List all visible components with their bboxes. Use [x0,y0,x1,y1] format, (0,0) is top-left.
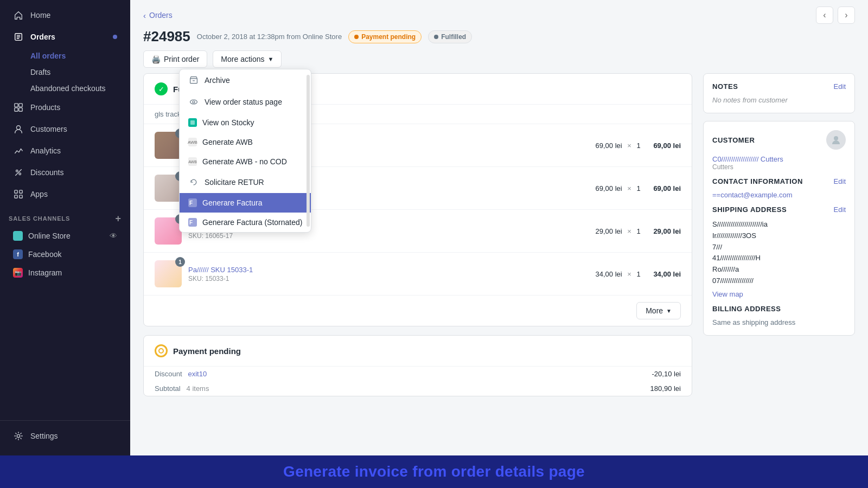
nav-arrows: ‹ › [816,7,855,24]
add-channel-icon[interactable]: + [116,214,122,223]
more-button[interactable]: More ▼ [636,302,681,319]
sidebar-item-products[interactable]: Products [4,97,126,118]
dropdown-item-generare-factura-stornated[interactable]: F Generare Factura (Stornated) [180,213,311,232]
customer-avatar [826,130,846,150]
dropdown-item-generate-awb-no-cod[interactable]: AWB Generate AWB - no COD [180,152,311,171]
breadcrumb[interactable]: ‹ Orders [143,11,173,20]
home-icon [13,10,24,21]
print-order-button[interactable]: 🖨️ Print order [143,50,207,68]
sidebar-item-orders[interactable]: Orders [4,27,126,47]
customer-card-title: Customer [712,130,846,150]
sidebar-item-customers[interactable]: Customers [4,119,126,139]
facebook-icon: f [13,249,23,259]
notes-content: No notes from customer [712,96,846,104]
discount-label: Discount exit10 [155,370,207,378]
nav-prev-button[interactable]: ‹ [816,7,833,24]
awb-icon: AWB [188,138,197,146]
svg-rect-2 [19,104,22,107]
customer-card: Customer C0/////////////////// Cutters C… [703,121,855,336]
svg-rect-8 [15,190,17,193]
payment-status-badge: Payment pending [348,30,422,43]
bottom-banner-text: Generate invoice from order details page [283,463,585,480]
shipping-address-title: SHIPPING ADDRESS Edit [712,206,846,214]
customer-orders-count: Cutters [712,163,846,171]
customer-name[interactable]: C0/////////////////// Cutters [712,155,846,163]
svg-point-14 [190,100,197,104]
discount-row: Discount exit10 -20,10 lei [144,367,692,381]
orders-icon [13,31,24,42]
dropdown-item-view-stocky[interactable]: View on Stocky [180,113,311,132]
sidebar-item-analytics[interactable]: Analytics [4,140,126,161]
sidebar-item-apps[interactable]: Apps [4,184,126,204]
sidebar-channel-facebook[interactable]: f Facebook [4,246,126,263]
stocky-icon [188,118,197,127]
shipping-edit-link[interactable]: Edit [834,206,846,214]
dropdown-item-generate-awb[interactable]: AWB Generate AWB [180,132,311,152]
sidebar-subitem-abandoned[interactable]: Abandoned checkouts [4,81,126,96]
sidebar-channel-instagram[interactable]: 📷 Instagram [4,264,126,281]
dropdown-item-solicitare-retur[interactable]: Solicitare RETUR [180,171,311,193]
sidebar-subitem-all-orders[interactable]: All orders [4,48,126,63]
more-actions-dropdown: Archive View order status page View on S… [179,69,311,233]
svg-rect-10 [15,195,17,198]
discount-value: -20,10 lei [652,370,681,378]
item-price: 29,00 lei × 1 29,00 lei [596,227,681,235]
notes-card: Notes Edit No notes from customer [703,73,855,113]
notes-edit-link[interactable]: Edit [834,82,846,91]
dropdown-item-view-status[interactable]: View order status page [180,91,311,113]
breadcrumb-bar: ‹ Orders ‹ › [130,0,868,24]
svg-rect-1 [15,104,18,107]
sidebar-item-discounts[interactable]: Discounts [4,162,126,183]
contact-email[interactable]: ==contact@example.com [712,191,846,199]
fulfilled-icon: ✓ [155,82,168,95]
item-price: 69,00 lei × 1 69,00 lei [596,142,681,150]
billing-address-title: BILLING ADDRESS [712,305,846,313]
item-name[interactable]: Pa////// SKU 15033-1 [188,266,589,274]
contact-edit-link[interactable]: Edit [834,177,846,185]
fulfillment-status-badge: Fulfilled [428,30,472,43]
retur-icon [188,177,199,188]
sidebar-item-home[interactable]: Home [4,5,126,25]
svg-rect-16 [190,120,195,125]
eye-icon: 👁 [110,232,117,240]
svg-point-7 [19,173,21,175]
billing-address-content: Same as shipping address [712,318,846,326]
apps-icon [13,189,24,200]
item-image-wrapper: 1 [155,132,182,159]
main-content: ‹ Orders ‹ › #24985 October 2, 2018 at 1… [130,0,868,455]
subtotal-label: Subtotal 4 items [155,384,209,393]
item-details: Pa////// SKU 15033-1 SKU: 15033-1 [188,266,589,282]
shipping-address: S///////////////////////ia Ir///////////… [712,219,846,287]
subtotal-value: 180,90 lei [650,384,681,393]
item-image-wrapper: 1 [155,260,182,287]
order-header: #24985 October 2, 2018 at 12:38pm from O… [130,24,868,45]
order-number: #24985 [143,28,190,45]
payment-badge-dot [354,35,359,39]
item-qty-badge: 1 [175,257,185,267]
dropdown-item-archive[interactable]: Archive [180,69,311,91]
svg-point-5 [16,126,20,130]
settings-icon [13,431,24,441]
svg-rect-3 [15,108,18,111]
analytics-icon [13,145,24,156]
svg-rect-11 [20,195,22,198]
nav-next-button[interactable]: › [838,7,855,24]
breadcrumb-back-arrow: ‹ [143,11,146,20]
view-map-link[interactable]: View map [712,290,846,298]
payment-pending-icon [155,344,168,357]
svg-point-15 [193,101,195,103]
more-actions-button[interactable]: More actions ▼ [213,50,282,68]
item-price: 34,00 lei × 1 34,00 lei [596,270,681,278]
right-sidebar: Notes Edit No notes from customer Custom… [703,73,855,442]
item-image-wrapper: 1 [155,217,182,245]
sidebar-item-settings[interactable]: Settings [4,426,126,446]
item-sku: SKU: 15033-1 [188,275,589,282]
svg-rect-4 [19,108,22,111]
svg-point-6 [16,170,18,172]
dropdown-item-generare-factura[interactable]: F Generare Factura [180,193,311,213]
sidebar-subitem-drafts[interactable]: Drafts [4,65,126,80]
fulfillment-badge-dot [434,35,438,39]
sidebar-channel-online-store[interactable]: Online Store 👁 [4,227,126,245]
svg-rect-9 [20,190,22,193]
awb2-icon: AWB [188,157,197,166]
